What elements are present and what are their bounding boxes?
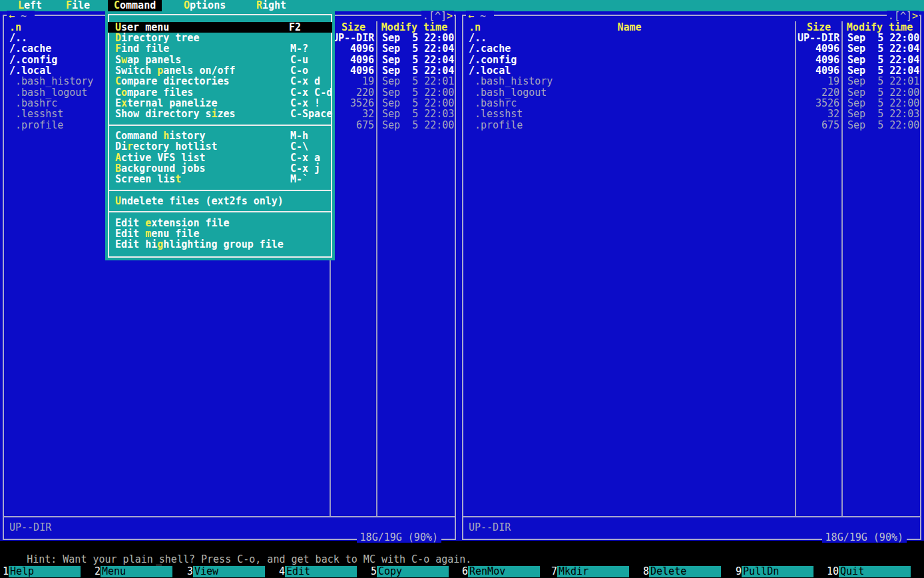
file-name: /.config	[469, 55, 517, 65]
fkey-quit[interactable]: 10Quit	[827, 566, 911, 577]
menu-separator	[108, 125, 332, 126]
hotkey-letter: U	[115, 195, 121, 207]
menubar-item-right[interactable]: Right	[250, 0, 292, 11]
list-mode-dot: .	[423, 10, 429, 22]
history-forward-icon[interactable]: >	[912, 10, 918, 22]
menu-item-shortcut: C-x !	[290, 98, 320, 109]
menu-item-shortcut: C-Space	[290, 109, 332, 119]
panel-path-title: ← ~	[7, 11, 35, 21]
file-row-config[interactable]: /.config4096Sep 5 22:04	[463, 55, 920, 65]
file-name: .bash_logout	[15, 87, 87, 98]
menu-item-label: Undelete files (ext2fs only)	[115, 195, 284, 207]
menu-item-directory-tree[interactable]: Directory tree	[109, 33, 331, 43]
file-name: /..	[469, 33, 487, 43]
menu-item-compare-directories[interactable]: Compare directoriesC-x d	[109, 76, 331, 87]
file-size: 4096	[332, 43, 374, 54]
file-name: .bashrc	[15, 98, 57, 109]
file-mtime: Sep 5 22:00	[382, 87, 454, 98]
hotkey-letter: F	[115, 43, 121, 55]
disk-usage-label: 18G/19G (90%)	[357, 533, 441, 543]
file-row-bash-logout[interactable]: .bash_logout220Sep 5 22:00	[463, 87, 920, 98]
file-panel-right: ← ~ .[^]>.nNameSizeModify time/..UP--DIR…	[462, 15, 921, 540]
file-row-bash-history[interactable]: .bash_history19Sep 5 22:01	[463, 76, 920, 87]
menu-item-compare-files[interactable]: Compare filesC-x C-d	[109, 87, 331, 98]
file-row-[interactable]: /..UP--DIRSep 5 22:00	[463, 33, 920, 43]
menubar-item-file[interactable]: File	[60, 0, 96, 11]
file-name: /..	[9, 33, 27, 43]
fkey-pulldn[interactable]: 9PullDn	[736, 566, 813, 577]
menu-item-shortcut: M-?	[290, 43, 308, 54]
file-size: 4096	[798, 55, 839, 65]
fkey-view[interactable]: 3View	[187, 566, 265, 577]
history-back-icon[interactable]: ←	[9, 10, 15, 22]
file-size: 3526	[798, 98, 839, 109]
menu-item-external-panelize[interactable]: External panelizeC-x !	[109, 98, 331, 109]
file-name: /.cache	[9, 43, 51, 54]
file-name: .lesshst	[475, 109, 523, 119]
panel-corner-buttons: .[^]>	[421, 11, 454, 21]
file-name: .bash_logout	[475, 87, 547, 98]
hotkey-letter: t	[175, 173, 181, 185]
file-size: 19	[332, 76, 374, 87]
cdup-button[interactable]: [^]	[429, 10, 447, 22]
column-header-mtime[interactable]: Modify time	[377, 22, 452, 33]
column-header-mtime[interactable]: Modify time	[842, 22, 917, 33]
menu-item-undelete-files-ext2fs-only[interactable]: Undelete files (ext2fs only)	[109, 196, 331, 206]
menu-item-user-menu[interactable]: User menuF2	[108, 22, 332, 33]
ministatus-divider	[4, 516, 455, 517]
current-path: ~	[474, 10, 492, 22]
menu-item-show-directory-sizes[interactable]: Show directory sizesC-Space	[109, 109, 331, 119]
file-row-lesshst[interactable]: .lesshst32Sep 5 22:03	[463, 109, 920, 119]
function-key-bar: 1Help2Menu3View4Edit5Copy6RenMov7Mkdir8D…	[0, 565, 924, 578]
fkey-edit[interactable]: 4Edit	[279, 566, 357, 577]
file-row-bashrc[interactable]: .bashrc3526Sep 5 22:00	[463, 98, 920, 109]
fkey-number: 6	[462, 566, 468, 577]
menubar-item-options[interactable]: Options	[178, 0, 232, 11]
fkey-menu[interactable]: 2Menu	[95, 566, 172, 577]
column-header-name[interactable]: Name	[463, 22, 796, 33]
menu-item-active-vfs-list[interactable]: Active VFS listC-x a	[109, 152, 331, 163]
menu-item-edit-extension-file[interactable]: Edit extension file	[109, 218, 331, 228]
shell-prompt-line[interactable]: midnight@commander:~$	[1, 554, 162, 565]
file-size: 220	[332, 87, 374, 98]
column-header-size[interactable]: Size	[330, 22, 377, 33]
hotkey-letter: C	[114, 0, 120, 11]
fkey-label: View	[193, 566, 265, 577]
hotkey-letter: i	[212, 108, 218, 120]
fkey-copy[interactable]: 5Copy	[371, 566, 449, 577]
menu-item-edit-menu-file[interactable]: Edit menu file	[109, 228, 331, 239]
file-row-local[interactable]: /.local4096Sep 5 22:04	[463, 65, 920, 76]
menu-item-edit-highlighting-group-file[interactable]: Edit highlighting group file	[109, 239, 331, 250]
menu-item-background-jobs[interactable]: Background jobsC-x j	[109, 163, 331, 174]
cdup-button[interactable]: [^]	[894, 10, 912, 22]
mc-screen: LeftFileCommandOptionsRight ← ~ .[^]>.nN…	[0, 0, 924, 578]
fkey-label: RenMov	[468, 566, 540, 577]
menu-item-directory-hotlist[interactable]: Directory hotlistC-\	[109, 141, 331, 152]
file-row-cache[interactable]: /.cache4096Sep 5 22:04	[463, 43, 920, 54]
fkey-mkdir[interactable]: 7Mkdir	[551, 566, 629, 577]
column-header-size[interactable]: Size	[796, 22, 842, 33]
file-row-profile[interactable]: .profile675Sep 5 22:00	[463, 120, 920, 131]
fkey-help[interactable]: 1Help	[3, 566, 81, 577]
file-size: UP--DIR	[798, 33, 839, 43]
history-back-icon[interactable]: ←	[468, 10, 474, 22]
file-size: 19	[798, 76, 839, 87]
menu-item-find-file[interactable]: Find fileM-?	[109, 43, 331, 54]
file-name: .lesshst	[15, 109, 63, 119]
file-size: 3526	[332, 98, 374, 109]
file-name: .bashrc	[475, 98, 517, 109]
fkey-number: 3	[187, 566, 193, 577]
menu-item-swap-panels[interactable]: Swap panelsC-u	[109, 55, 331, 65]
file-name: .bash_history	[15, 76, 93, 87]
fkey-delete[interactable]: 8Delete	[643, 566, 721, 577]
menu-item-screen-list[interactable]: Screen listM-`	[109, 174, 331, 184]
menu-item-switch-panels-on-off[interactable]: Switch panels on/offC-o	[109, 65, 331, 76]
fkey-renmov[interactable]: 6RenMov	[462, 566, 540, 577]
file-name: .bash_history	[475, 76, 553, 87]
history-forward-icon[interactable]: >	[447, 10, 453, 22]
file-mtime: Sep 5 22:00	[382, 98, 454, 109]
file-size: 4096	[332, 55, 374, 65]
menu-item-command-history[interactable]: Command historyM-h	[109, 131, 331, 141]
file-mtime: Sep 5 22:00	[847, 87, 919, 98]
menubar-item-command[interactable]: Command	[108, 0, 162, 11]
